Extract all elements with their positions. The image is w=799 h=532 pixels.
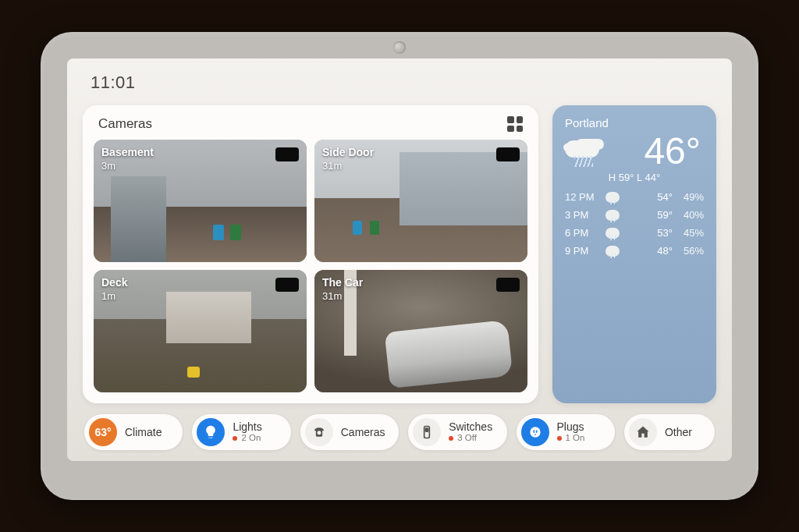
camera-name: Basement xyxy=(101,146,154,158)
pill-label: Plugs xyxy=(557,420,585,433)
rain-icon xyxy=(605,210,620,221)
camera-tile-deck[interactable]: Deck 1m xyxy=(94,270,307,392)
clock: 11:01 xyxy=(91,73,136,93)
svg-rect-1 xyxy=(425,428,428,431)
privacy-mask-icon xyxy=(275,147,299,161)
forecast-time: 6 PM xyxy=(565,227,601,239)
camera-label: Basement 3m xyxy=(101,146,154,172)
camera-age: 3m xyxy=(101,160,154,172)
forecast-row: 12 PM 54° 49% xyxy=(565,191,704,203)
camera-tile-the-car[interactable]: The Car 31m xyxy=(314,270,527,392)
category-pill-row[interactable]: 63° Climate Lights 2 On xyxy=(83,414,716,450)
forecast-humidity: 45% xyxy=(677,227,704,239)
weather-main: 46° xyxy=(565,133,704,170)
cameras-card[interactable]: Cameras Basement 3m xyxy=(83,105,538,403)
device-frame: 11:01 Cameras Basement xyxy=(41,32,758,500)
camera-label: The Car 31m xyxy=(322,276,363,303)
rain-icon xyxy=(605,228,620,239)
camera-age: 1m xyxy=(101,290,127,303)
pill-lights[interactable]: Lights 2 On xyxy=(192,414,290,450)
svg-rect-4 xyxy=(535,431,537,433)
camera-grid: Basement 3m Side Door 31m xyxy=(94,140,527,392)
pill-label: Cameras xyxy=(341,426,385,438)
forecast-time: 9 PM xyxy=(565,245,601,257)
pill-other[interactable]: Other xyxy=(624,414,715,450)
pill-plugs[interactable]: Plugs 1 On xyxy=(517,414,615,450)
pill-status: 1 On xyxy=(557,433,585,443)
status-dot-icon xyxy=(557,436,562,441)
camera-icon xyxy=(305,418,333,446)
grid-view-icon[interactable] xyxy=(507,116,523,132)
forecast-temp: 59° xyxy=(627,209,673,221)
pill-label: Other xyxy=(665,426,692,438)
pill-cameras[interactable]: Cameras xyxy=(300,414,399,450)
weather-city: Portland xyxy=(565,116,704,129)
weather-card[interactable]: Portland 46° H 59° L 44° 12 PM 54° 49% xyxy=(552,105,716,403)
svg-point-5 xyxy=(534,434,536,435)
forecast-humidity: 49% xyxy=(677,191,704,203)
camera-label: Side Door 31m xyxy=(322,146,374,172)
forecast-time: 12 PM xyxy=(565,191,601,203)
camera-age: 31m xyxy=(322,160,374,172)
forecast-temp: 54° xyxy=(627,191,673,203)
svg-rect-3 xyxy=(533,431,534,433)
camera-label: Deck 1m xyxy=(101,276,127,303)
forecast-temp: 53° xyxy=(627,227,673,239)
privacy-mask-icon xyxy=(496,278,520,292)
home-icon xyxy=(629,418,657,446)
lightbulb-icon xyxy=(197,418,225,446)
camera-age: 31m xyxy=(322,290,363,303)
rain-icon xyxy=(605,246,620,257)
camera-tile-basement[interactable]: Basement 3m xyxy=(94,140,307,262)
forecast-humidity: 56% xyxy=(677,245,704,257)
forecast-temp: 48° xyxy=(627,245,673,257)
forecast-humidity: 40% xyxy=(677,209,704,221)
content-row: Cameras Basement 3m xyxy=(83,105,716,403)
svg-point-2 xyxy=(530,427,540,437)
pill-status: 2 On xyxy=(233,433,261,443)
device-camera-dot xyxy=(393,41,406,54)
status-dot-icon xyxy=(449,436,453,441)
forecast-row: 6 PM 53° 45% xyxy=(565,227,704,239)
switch-icon xyxy=(413,418,441,446)
weather-high-low: H 59° L 44° xyxy=(565,172,704,183)
thermostat-icon: 63° xyxy=(89,418,117,446)
pill-status: 3 Off xyxy=(449,433,492,443)
rain-cloud-icon xyxy=(565,136,605,167)
rain-icon xyxy=(605,192,620,203)
pill-label: Lights xyxy=(233,420,261,433)
camera-name: Side Door xyxy=(322,146,374,158)
privacy-mask-icon xyxy=(496,147,520,161)
hourly-forecast: 12 PM 54° 49% 3 PM 59° 40% 6 PM 5 xyxy=(565,191,704,257)
pill-label: Climate xyxy=(125,426,162,438)
home-screen: 11:01 Cameras Basement xyxy=(67,59,732,461)
climate-temp-badge: 63° xyxy=(94,426,111,438)
cameras-header: Cameras xyxy=(94,116,527,140)
status-dot-icon xyxy=(233,436,237,441)
cameras-title: Cameras xyxy=(98,116,152,132)
forecast-row: 3 PM 59° 40% xyxy=(565,209,704,221)
weather-temperature: 46° xyxy=(644,133,701,170)
camera-name: The Car xyxy=(322,276,363,289)
camera-tile-side-door[interactable]: Side Door 31m xyxy=(314,140,527,262)
pill-switches[interactable]: Switches 3 Off xyxy=(408,414,506,450)
pill-label: Switches xyxy=(449,420,492,433)
forecast-row: 9 PM 48° 56% xyxy=(565,245,704,257)
privacy-mask-icon xyxy=(275,278,299,292)
pill-climate[interactable]: 63° Climate xyxy=(84,414,183,450)
camera-name: Deck xyxy=(101,276,127,289)
plug-icon xyxy=(521,418,549,446)
forecast-time: 3 PM xyxy=(565,209,601,221)
